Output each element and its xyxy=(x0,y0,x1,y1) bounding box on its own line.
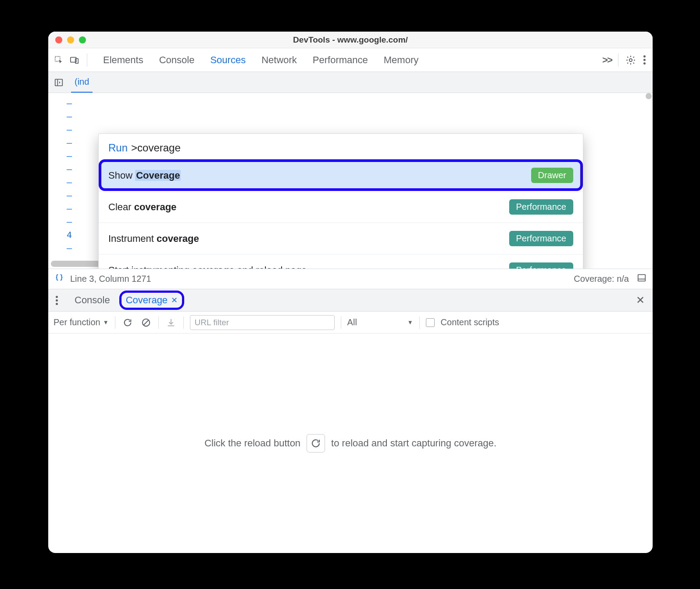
drawer-menu-icon[interactable] xyxy=(53,296,61,305)
line-gutter: – – – – – – – – – – 4 – xyxy=(48,93,79,269)
close-tab-icon[interactable]: ✕ xyxy=(171,295,178,305)
sources-subbar: (ind xyxy=(48,72,653,93)
coverage-body: Click the reload button to reload and st… xyxy=(48,334,653,553)
url-filter-input[interactable]: URL filter xyxy=(190,315,335,330)
pretty-print-icon[interactable] xyxy=(54,273,64,285)
svg-point-3 xyxy=(629,58,632,61)
coverage-toolbar: Per function ▼ URL filter All ▼ xyxy=(48,312,653,334)
window-title: DevTools - www.google.com/ xyxy=(48,35,653,45)
badge-performance: Performance xyxy=(509,262,574,269)
reload-button[interactable] xyxy=(307,434,325,453)
settings-icon[interactable] xyxy=(625,54,637,66)
clear-icon[interactable] xyxy=(140,316,152,329)
panel-tabs: Elements Console Sources Network Perform… xyxy=(101,49,420,71)
tab-console[interactable]: Console xyxy=(157,49,196,71)
main-toolbar: Elements Console Sources Network Perform… xyxy=(48,48,653,72)
chevron-down-icon: ▼ xyxy=(103,319,109,326)
tab-network[interactable]: Network xyxy=(260,49,299,71)
editor-statusbar: Line 3, Column 1271 Coverage: n/a xyxy=(48,269,653,289)
inspect-element-icon[interactable] xyxy=(53,54,65,66)
cursor-position: Line 3, Column 1271 xyxy=(70,274,151,284)
zoom-window-icon[interactable] xyxy=(79,36,86,43)
command-menu: Run >coverage Show Coverage Drawer Clear… xyxy=(98,133,583,269)
drawer-tab-coverage[interactable]: Coverage ✕ xyxy=(121,293,182,308)
code-editor[interactable]: – – – – – – – – – – 4 – n(b) { var a; Ru… xyxy=(48,93,653,269)
separator xyxy=(618,54,618,67)
content-scripts-checkbox[interactable] xyxy=(426,318,435,327)
badge-performance: Performance xyxy=(509,199,574,215)
command-input[interactable]: Run >coverage xyxy=(99,134,583,159)
vertical-scrollbar[interactable] xyxy=(646,93,652,99)
type-filter-select[interactable]: All ▼ xyxy=(347,317,413,327)
collapse-drawer-icon[interactable] xyxy=(637,273,646,285)
chevron-down-icon: ▼ xyxy=(407,319,413,326)
coverage-status: Coverage: n/a xyxy=(574,274,629,284)
badge-drawer: Drawer xyxy=(531,168,573,183)
navigator-toggle-icon[interactable] xyxy=(53,76,65,89)
tab-performance[interactable]: Performance xyxy=(311,49,370,71)
command-prefix: Run xyxy=(108,142,128,154)
reload-icon[interactable] xyxy=(121,316,134,329)
command-item-instrument-coverage[interactable]: Instrument coverage Performance xyxy=(99,223,583,254)
kebab-menu-icon[interactable] xyxy=(640,55,648,65)
close-window-icon[interactable] xyxy=(55,36,62,43)
devtools-window: DevTools - www.google.com/ Elements Cons… xyxy=(48,32,653,553)
badge-performance: Performance xyxy=(509,231,574,246)
coverage-hint: Click the reload button to reload and st… xyxy=(204,434,496,453)
drawer-tabbar: Console Coverage ✕ ✕ xyxy=(48,289,653,312)
svg-rect-4 xyxy=(55,79,63,86)
titlebar: DevTools - www.google.com/ xyxy=(48,32,653,48)
close-drawer-icon[interactable]: ✕ xyxy=(632,294,648,306)
device-toolbar-icon[interactable] xyxy=(68,54,81,66)
minimize-window-icon[interactable] xyxy=(67,36,74,43)
separator xyxy=(87,54,87,67)
tab-memory[interactable]: Memory xyxy=(382,49,420,71)
tab-sources[interactable]: Sources xyxy=(208,49,247,71)
tab-elements[interactable]: Elements xyxy=(101,49,145,71)
more-tabs-icon[interactable]: >> xyxy=(602,54,612,66)
export-icon[interactable] xyxy=(165,316,177,329)
command-query: >coverage xyxy=(131,142,181,154)
granularity-select[interactable]: Per function ▼ xyxy=(54,317,109,327)
window-controls xyxy=(48,36,86,43)
command-item-start-instrumenting[interactable]: Start instrumenting coverage and reload … xyxy=(99,254,583,269)
file-tab[interactable]: (ind xyxy=(71,72,93,93)
svg-rect-6 xyxy=(638,275,646,281)
svg-line-9 xyxy=(143,320,148,325)
command-item-clear-coverage[interactable]: Clear coverage Performance xyxy=(99,191,583,223)
drawer-tab-console[interactable]: Console xyxy=(70,292,114,309)
command-item-show-coverage[interactable]: Show Coverage Drawer xyxy=(99,159,583,191)
content-scripts-label: Content scripts xyxy=(441,317,499,327)
